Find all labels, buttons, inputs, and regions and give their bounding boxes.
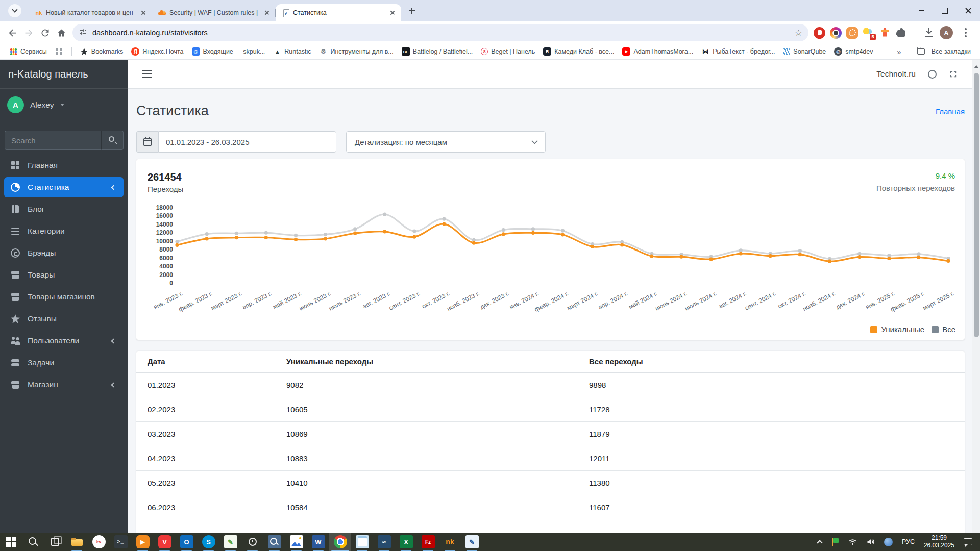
tab-close-icon[interactable] [389, 9, 396, 16]
tray-expand-button[interactable] [813, 533, 826, 551]
browser-tab[interactable]: Статистика [276, 4, 401, 21]
bookmark-item[interactable]: ▲ Runtastic [269, 44, 315, 60]
detail-select[interactable]: Детализация: по месяцам [346, 131, 546, 153]
profile-avatar[interactable]: A [940, 26, 953, 39]
bookmark-item[interactable]: BL Battlelog / Battlefiel... [398, 44, 477, 60]
legend-item-all[interactable]: Все [932, 325, 955, 334]
instagram-extension-icon[interactable] [830, 27, 842, 39]
table-row[interactable]: 05.2023 10410 11380 [136, 471, 965, 495]
taskbar-media-player[interactable]: ▶ [132, 533, 154, 551]
language-indicator[interactable]: РУС [897, 533, 919, 551]
user-panel[interactable]: A Alexey [0, 89, 128, 121]
taskbar-excel[interactable]: X [395, 533, 417, 551]
sidebar-item[interactable]: Блог [4, 199, 124, 219]
bookmark-item[interactable]: SonarQube [779, 44, 830, 60]
hamburger-menu-icon[interactable] [142, 70, 152, 78]
tab-close-icon[interactable] [263, 9, 271, 16]
taskbar-word[interactable]: W [307, 533, 329, 551]
bookmark-item[interactable]: @ Входящие — skpuk... [188, 44, 270, 60]
sidebar-item[interactable]: Пользователи [4, 331, 124, 351]
reload-button[interactable] [37, 24, 53, 41]
forward-button[interactable] [20, 24, 37, 41]
sidebar-item[interactable]: Брэнды [4, 243, 124, 263]
taskbar-timer[interactable] [241, 533, 263, 551]
table-row[interactable]: 06.2023 10584 11607 [136, 495, 965, 520]
taskbar-file-explorer[interactable] [66, 533, 88, 551]
back-button[interactable] [4, 24, 20, 41]
downloads-icon[interactable] [923, 27, 935, 39]
taskbar-ssms[interactable]: ≈ [373, 533, 395, 551]
flag-tray-icon[interactable] [826, 533, 844, 551]
taskbar-screenhunter[interactable]: ✂ [88, 533, 110, 551]
browser-tab[interactable]: Security | WAF | Custom rules | [152, 4, 276, 21]
taskbar-skype[interactable]: S [198, 533, 219, 551]
bookmark-item[interactable]: R Камеди Клаб - все... [539, 44, 618, 60]
table-row[interactable]: 04.2023 10883 12011 [136, 446, 965, 471]
taskbar-vivaldi[interactable]: V [154, 533, 176, 551]
settings-extension-icon[interactable] [846, 27, 858, 39]
taskbar-search-task[interactable] [22, 533, 44, 551]
taskbar-screen-magnifier[interactable] [263, 533, 285, 551]
table-row[interactable]: 02.2023 10605 11728 [136, 397, 965, 422]
home-button[interactable] [53, 24, 69, 41]
sidebar-item[interactable]: Товары магазинов [4, 287, 124, 307]
bookmark-item[interactable] [51, 44, 76, 60]
fullscreen-icon[interactable] [949, 70, 958, 79]
bookmark-item[interactable]: ⋈ РыбаТекст - бредог... [697, 44, 779, 60]
tune-icon[interactable] [79, 28, 87, 38]
bookmark-item[interactable]: 8 Beget | Панель [477, 44, 539, 60]
legend-item-unique[interactable]: Уникальные [870, 325, 924, 334]
taskbar-terminal[interactable]: >_ [110, 533, 132, 551]
breadcrumb[interactable]: Главная [936, 103, 965, 116]
tab-close-icon[interactable] [140, 9, 147, 16]
taskbar-paint[interactable]: ✎ [461, 533, 483, 551]
bookmark-item[interactable]: @ smtp4dev [830, 44, 877, 60]
lighthouse-extension-icon[interactable] [879, 27, 891, 39]
notification-center-icon[interactable] [959, 533, 977, 551]
taskbar-chrome[interactable] [329, 533, 351, 551]
bookmark-item[interactable]: ▶ AdamThomasMora... [618, 44, 697, 60]
bookmark-item[interactable]: Сервисы [5, 44, 51, 60]
all-bookmarks-button[interactable]: Все закладки [913, 44, 975, 60]
new-tab-button[interactable] [405, 4, 419, 17]
bookmark-item[interactable]: Я Яндекс.Почта [127, 44, 187, 60]
close-button[interactable] [957, 0, 980, 21]
table-row[interactable]: 01.2023 9082 9898 [136, 372, 965, 397]
site-link[interactable]: TechnoIt.ru [876, 69, 916, 79]
tray-app-icon[interactable] [879, 533, 897, 551]
taskbar-task-view[interactable] [44, 533, 66, 551]
tab-search-button[interactable] [8, 4, 21, 17]
clock[interactable]: 21:59 26.03.2025 [919, 533, 959, 551]
brand[interactable]: n-Katalog панель [0, 60, 128, 89]
minimize-button[interactable] [910, 0, 933, 21]
taskbar-outlook[interactable]: O [176, 533, 198, 551]
scrollbar-thumb[interactable] [974, 73, 979, 337]
table-row[interactable]: 03.2023 10869 11879 [136, 422, 965, 446]
bookmark-item[interactable]: Bookmarks [76, 44, 128, 60]
bookmark-star-icon[interactable]: ☆ [795, 28, 802, 38]
taskbar-notes[interactable] [351, 533, 373, 551]
sidebar-item[interactable]: Задачи [4, 353, 124, 373]
bookmarks-overflow-button[interactable]: » [891, 47, 907, 56]
taskbar-notepad[interactable]: ✎ [219, 533, 241, 551]
sidebar-item[interactable]: Главная [4, 155, 124, 176]
maximize-button[interactable] [933, 0, 957, 21]
page-scrollbar[interactable] [972, 60, 980, 533]
wifi-icon[interactable] [844, 533, 862, 551]
sidebar-item[interactable]: Товары [4, 265, 124, 285]
sidebar-item[interactable]: Категории [4, 221, 124, 241]
circle-icon[interactable] [928, 70, 937, 79]
taskbar-filezilla[interactable]: Fz [417, 533, 439, 551]
taskbar-photos[interactable] [285, 533, 307, 551]
search-input[interactable] [5, 131, 101, 150]
url-bar[interactable]: dashboard.n-katalog.ru/stat/visitors ☆ [72, 24, 808, 41]
date-range-input[interactable] [158, 131, 336, 153]
taskbar-nk-app[interactable]: nk [439, 533, 461, 551]
calendar-addon[interactable] [136, 131, 158, 153]
sidebar-item[interactable]: Магазин [4, 374, 124, 395]
adblock-extension-icon[interactable] [814, 27, 825, 39]
extensions-puzzle-icon[interactable] [895, 27, 907, 39]
browser-menu-icon[interactable] [965, 32, 967, 34]
bookmark-item[interactable]: ⚙ Инструменты для в... [315, 44, 397, 60]
taskbar-start[interactable] [0, 533, 22, 551]
